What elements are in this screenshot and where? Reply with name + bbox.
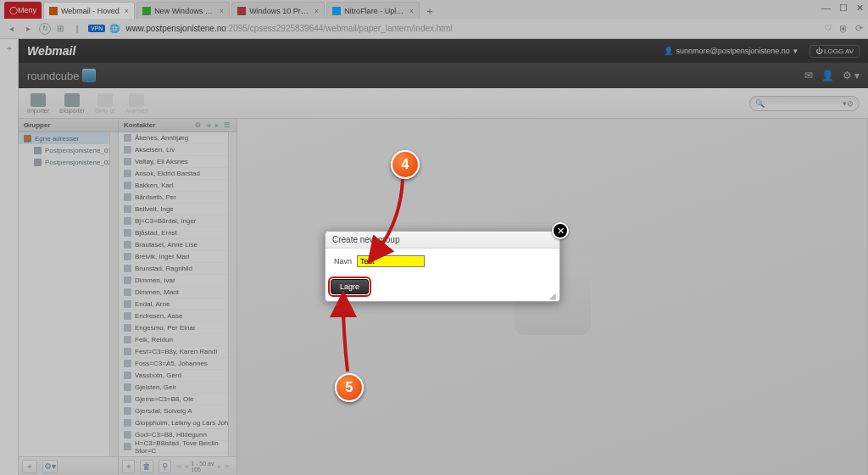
annotation-arrow-5 [337,299,362,377]
annotation-callout-4: 4 [391,150,420,179]
annotation-callout-5: 5 [335,373,364,402]
create-group-dialog: ✕ Create new group Navn Lagre ◢ [325,231,560,302]
dialog-close-button[interactable]: ✕ [552,222,569,239]
dialog-title: Create new group [326,232,559,249]
save-button[interactable]: Lagre [331,279,369,294]
resize-handle-icon[interactable]: ◢ [549,291,558,299]
name-label: Navn [334,257,352,265]
annotation-arrow-4 [367,179,409,265]
